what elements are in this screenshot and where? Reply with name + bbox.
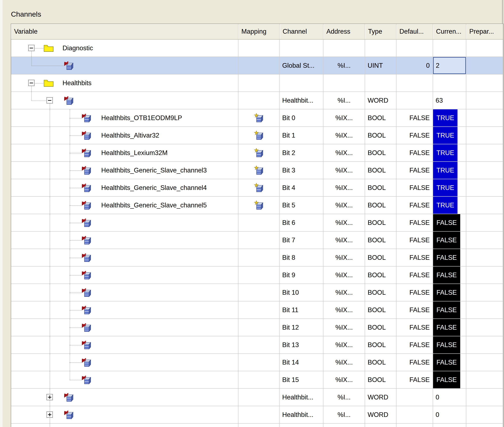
- table-row[interactable]: Healthbit...%I...WORD0: [11, 424, 503, 427]
- current-cell[interactable]: 0: [433, 406, 466, 423]
- mapping-icon: [254, 148, 264, 158]
- tree-guide-line: [50, 144, 50, 161]
- type-cell-value: BOOL: [368, 114, 386, 122]
- collapse-icon[interactable]: [28, 80, 34, 86]
- table-row[interactable]: Bit 13%IX...BOOLFALSEFALSE: [11, 336, 503, 354]
- mapping-cell: [238, 109, 280, 126]
- current-cell[interactable]: FALSE: [433, 319, 466, 336]
- column-header-current[interactable]: Curren...: [433, 24, 466, 39]
- channel-cell: Bit 11: [280, 301, 323, 319]
- column-header-default[interactable]: Defaul...: [396, 24, 433, 39]
- table-row[interactable]: Bit 8%IX...BOOLFALSEFALSE: [11, 249, 503, 267]
- table-row[interactable]: Healthbit...%I...WORD63: [11, 92, 503, 109]
- table-row[interactable]: Healthbits_OTB1EODM9LPBit 0%IX...BOOLFAL…: [11, 109, 503, 127]
- table-row[interactable]: Healthbit...%I...WORD0: [11, 389, 503, 406]
- table-row[interactable]: Healthbits_Generic_Slave_channel4Bit 4%I…: [11, 179, 503, 197]
- current-cell[interactable]: [433, 75, 466, 92]
- table-row[interactable]: Bit 9%IX...BOOLFALSEFALSE: [11, 267, 503, 284]
- current-cell[interactable]: TRUE: [433, 144, 466, 161]
- prepared-cell: [466, 319, 503, 336]
- current-cell[interactable]: 2: [433, 57, 466, 74]
- variable-cell: [11, 301, 238, 319]
- current-cell[interactable]: FALSE: [433, 301, 466, 319]
- prepared-cell: [466, 424, 503, 427]
- current-cell[interactable]: FALSE: [433, 232, 466, 249]
- variable-cell: Healthbits_OTB1EODM9LP: [11, 109, 238, 126]
- current-cell[interactable]: 0: [433, 389, 466, 406]
- current-cell[interactable]: TRUE: [433, 179, 466, 196]
- variable-cell: Healthbits_Generic_Slave_channel5: [11, 197, 238, 214]
- current-value-chip: TRUE: [433, 179, 457, 196]
- table-row[interactable]: Healthbits_Generic_Slave_channel3Bit 3%I…: [11, 162, 503, 179]
- type-cell: BOOL: [365, 371, 396, 388]
- default-cell: [396, 75, 433, 92]
- prepared-cell: [466, 92, 503, 109]
- table-row[interactable]: Bit 10%IX...BOOLFALSEFALSE: [11, 284, 503, 301]
- table-row[interactable]: Healthbits_Altivar32Bit 1%IX...BOOLFALSE…: [11, 127, 503, 144]
- default-cell-value: FALSE: [410, 149, 430, 157]
- variable-label: Healthbits_Generic_Slave_channel4: [101, 184, 207, 192]
- variable-label: Healthbits_Generic_Slave_channel3: [101, 167, 207, 174]
- current-cell[interactable]: TRUE: [433, 109, 466, 126]
- table-row[interactable]: Healthbits: [11, 75, 503, 92]
- address-cell: %IX...: [323, 249, 365, 266]
- current-cell[interactable]: [433, 39, 466, 57]
- column-header-mapping[interactable]: Mapping: [238, 24, 280, 39]
- table-row[interactable]: Bit 12%IX...BOOLFALSEFALSE: [11, 319, 503, 336]
- default-cell: FALSE: [396, 354, 433, 371]
- prepared-cell: [466, 75, 503, 92]
- collapse-icon[interactable]: [47, 97, 53, 104]
- current-cell[interactable]: FALSE: [433, 354, 466, 371]
- type-cell-value: WORD: [368, 394, 388, 401]
- channel-cell-value: Bit 8: [282, 254, 295, 261]
- mapping-cell: [238, 179, 280, 196]
- tree-guide-line: [70, 362, 81, 363]
- channel-icon: [82, 218, 92, 228]
- default-cell-value: FALSE: [410, 236, 430, 244]
- channel-cell: Bit 5: [280, 197, 323, 214]
- table-row[interactable]: Healthbits_Generic_Slave_channel5Bit 5%I…: [11, 197, 503, 214]
- variable-cell: Healthbits_Generic_Slave_channel4: [11, 179, 238, 196]
- channel-cell-value: Bit 9: [282, 271, 295, 279]
- channel-cell-value: Bit 6: [282, 219, 295, 227]
- column-header-address[interactable]: Address: [323, 24, 365, 39]
- column-header-variable[interactable]: Variable: [11, 24, 238, 39]
- column-header-type[interactable]: Type: [365, 24, 396, 39]
- collapse-icon[interactable]: [28, 45, 34, 51]
- prepared-cell: [466, 371, 503, 388]
- table-row[interactable]: Bit 14%IX...BOOLFALSEFALSE: [11, 354, 503, 371]
- tree-guide-line: [50, 301, 50, 319]
- current-cell[interactable]: TRUE: [433, 127, 466, 144]
- table-row[interactable]: Healthbits_Lexium32MBit 2%IX...BOOLFALSE…: [11, 144, 503, 162]
- current-cell[interactable]: FALSE: [433, 267, 466, 283]
- current-cell[interactable]: FALSE: [433, 284, 466, 301]
- table-row[interactable]: Healthbit...%I...WORD0: [11, 406, 503, 424]
- variable-cell: [11, 284, 238, 301]
- current-cell[interactable]: 0: [433, 424, 466, 427]
- table-row[interactable]: Global St...%I...UINT02: [11, 57, 503, 75]
- table-row[interactable]: Bit 6%IX...BOOLFALSEFALSE: [11, 214, 503, 232]
- table-row[interactable]: Bit 11%IX...BOOLFALSEFALSE: [11, 301, 503, 319]
- expand-icon[interactable]: [47, 412, 53, 418]
- current-value-chip: TRUE: [433, 109, 457, 126]
- current-cell[interactable]: FALSE: [433, 214, 466, 231]
- current-cell[interactable]: TRUE: [433, 162, 466, 179]
- table-row[interactable]: Bit 7%IX...BOOLFALSEFALSE: [11, 232, 503, 249]
- table-row[interactable]: Bit 15%IX...BOOLFALSEFALSE: [11, 371, 503, 389]
- current-value-editbox[interactable]: 2: [433, 57, 466, 74]
- current-cell[interactable]: 63: [433, 92, 466, 109]
- current-cell[interactable]: TRUE: [433, 197, 466, 214]
- current-cell[interactable]: FALSE: [433, 371, 466, 388]
- expand-icon[interactable]: [47, 394, 53, 400]
- mapping-icon: [254, 183, 264, 193]
- column-header-channel[interactable]: Channel: [280, 24, 323, 39]
- table-row[interactable]: Diagnostic: [11, 39, 503, 57]
- folder-icon: [44, 44, 54, 52]
- column-header-prepared[interactable]: Prepar...: [466, 24, 503, 39]
- current-cell[interactable]: FALSE: [433, 249, 466, 266]
- prepared-cell: [466, 389, 503, 406]
- type-cell: WORD: [365, 406, 396, 423]
- default-cell-value: FALSE: [410, 132, 430, 139]
- current-cell[interactable]: FALSE: [433, 336, 466, 353]
- address-cell-value: %IX...: [335, 341, 353, 349]
